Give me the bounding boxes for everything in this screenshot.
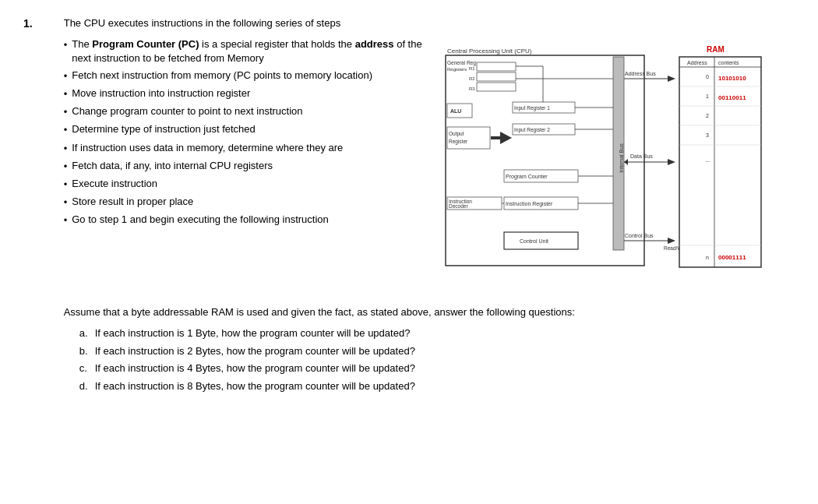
list-item-7: • Execute instruction [64, 177, 422, 192]
svg-text:Registers: Registers [447, 67, 467, 72]
list-item-7-text: Execute instruction [72, 177, 157, 191]
svg-text:n: n [706, 255, 709, 260]
list-item-1-text: Fetch next instruction from memory (PC p… [72, 69, 372, 83]
svg-rect-50 [679, 57, 761, 267]
question-number: 1. [23, 17, 33, 30]
svg-text:Control Bus: Control Bus [625, 233, 654, 238]
svg-text:1: 1 [706, 93, 709, 99]
svg-text:2: 2 [706, 113, 709, 118]
bullet-icon: • [64, 142, 68, 156]
svg-text:Address Bus: Address Bus [625, 71, 656, 76]
svg-rect-4 [477, 62, 516, 71]
list-item-2: • Move instruction into instruction regi… [64, 86, 422, 101]
svg-text:Program Counter: Program Counter [506, 174, 548, 180]
sub-question-b: b. If each instruction is 2 Bytes, how t… [79, 344, 795, 359]
sub-question-c: c. If each instruction is 4 Bytes, how t… [79, 361, 795, 376]
svg-marker-46 [668, 238, 675, 244]
bullet-icon: • [64, 105, 68, 119]
svg-text:3: 3 [706, 132, 709, 138]
svg-text:General Reg: General Reg [447, 60, 476, 66]
svg-text:00110011: 00110011 [718, 94, 746, 101]
pc-bullet-text: The Program Counter (PC) is a special re… [72, 37, 421, 65]
svg-text:Data Bus: Data Bus [630, 153, 653, 159]
list-item-3-text: Change program counter to point to next … [72, 104, 302, 118]
list-item-6: • Fetch data, if any, into internal CPU … [64, 159, 422, 174]
intro-text: The CPU executes instructions in the fol… [64, 16, 795, 31]
svg-text:...: ... [705, 157, 710, 164]
svg-text:00001111: 00001111 [718, 254, 746, 261]
svg-text:Instruction Register: Instruction Register [506, 201, 553, 207]
list-item-1: • Fetch next instruction from memory (PC… [64, 69, 422, 83]
sub-question-list: a. If each instruction is 1 Byte, how th… [79, 326, 795, 393]
cpu-diagram-svg: Central Processing Unit (CPU) General Re… [438, 41, 765, 291]
bullet-icon: • [64, 213, 68, 227]
cpu-label: Central Processing Unit (CPU) [447, 48, 532, 55]
list-item-9: • Go to step 1 and begin executing the f… [64, 213, 422, 227]
svg-marker-42 [668, 159, 675, 165]
sub-question-d: d. If each instruction is 8 Bytes, how t… [79, 379, 795, 394]
sub-q-a-text: If each instruction is 1 Byte, how the p… [95, 326, 411, 341]
bullet-icon: • [64, 69, 68, 83]
svg-rect-8 [477, 83, 516, 91]
bullet-icon: • [64, 123, 68, 137]
svg-text:R1: R1 [469, 66, 475, 71]
list-item-8-text: Store result in proper place [72, 195, 193, 209]
svg-text:ALU: ALU [450, 108, 461, 114]
svg-text:RAM: RAM [707, 45, 725, 54]
svg-rect-6 [477, 72, 516, 81]
svg-text:Output: Output [449, 131, 464, 137]
svg-text:contents: contents [718, 60, 739, 65]
list-item-9-text: Go to step 1 and begin executing the fol… [72, 213, 329, 227]
left-content: • The Program Counter (PC) is a special … [64, 37, 422, 233]
sub-question-a: a. If each instruction is 1 Byte, how th… [79, 326, 795, 341]
list-item-3: • Change program counter to point to nex… [64, 104, 422, 119]
svg-text:Register: Register [449, 139, 468, 145]
bullet-list: • The Program Counter (PC) is a special … [64, 37, 422, 228]
sub-q-a-label: a. [79, 326, 95, 341]
svg-text:Control Unit: Control Unit [520, 238, 548, 244]
main-content: • The Program Counter (PC) is a special … [64, 37, 795, 293]
assume-section: Assume that a byte addressable RAM is us… [64, 305, 795, 394]
svg-text:Internal Bus: Internal Bus [619, 143, 624, 172]
list-item-5: • If instruction uses data in memory, de… [64, 141, 422, 156]
svg-text:Input Register 1: Input Register 1 [514, 105, 550, 111]
list-item-8: • Store result in proper place [64, 195, 422, 210]
svg-text:0: 0 [706, 74, 709, 79]
page-wrapper: 1. The CPU executes instructions in the … [23, 16, 795, 396]
list-item-5-text: If instruction uses data in memory, dete… [72, 141, 343, 155]
svg-text:Input Register 2: Input Register 2 [514, 127, 550, 133]
svg-text:Decoder: Decoder [449, 203, 468, 209]
list-item-pc: • The Program Counter (PC) is a special … [64, 37, 422, 65]
list-item-4: • Determine type of instruction just fet… [64, 122, 422, 137]
sub-q-b-text: If each instruction is 2 Bytes, how the … [95, 344, 415, 359]
sub-q-c-text: If each instruction is 4 Bytes, how the … [95, 361, 415, 376]
svg-text:R2: R2 [469, 76, 475, 81]
list-item-4-text: Determine type of instruction just fetch… [72, 122, 256, 136]
bullet-icon: • [64, 178, 68, 192]
bullet-icon: • [64, 87, 68, 101]
list-item-2-text: Move instruction into instruction regist… [72, 86, 250, 100]
sub-q-c-label: c. [79, 361, 95, 376]
svg-text:R3: R3 [469, 86, 475, 91]
diagram-container: Central Processing Unit (CPU) General Re… [438, 41, 765, 293]
svg-text:Address: Address [687, 60, 707, 65]
bullet-icon: • [64, 160, 68, 174]
svg-marker-39 [668, 76, 675, 82]
content-wrapper: The CPU executes instructions in the fol… [64, 16, 795, 396]
sub-q-b-label: b. [79, 344, 95, 359]
bullet-icon: • [64, 38, 68, 52]
sub-q-d-text: If each instruction is 8 Bytes, how the … [95, 379, 415, 394]
list-item-6-text: Fetch data, if any, into internal CPU re… [72, 159, 273, 173]
bullet-icon: • [64, 196, 68, 210]
svg-text:10101010: 10101010 [718, 75, 746, 82]
assume-text: Assume that a byte addressable RAM is us… [64, 305, 795, 320]
sub-q-d-label: d. [79, 379, 95, 394]
